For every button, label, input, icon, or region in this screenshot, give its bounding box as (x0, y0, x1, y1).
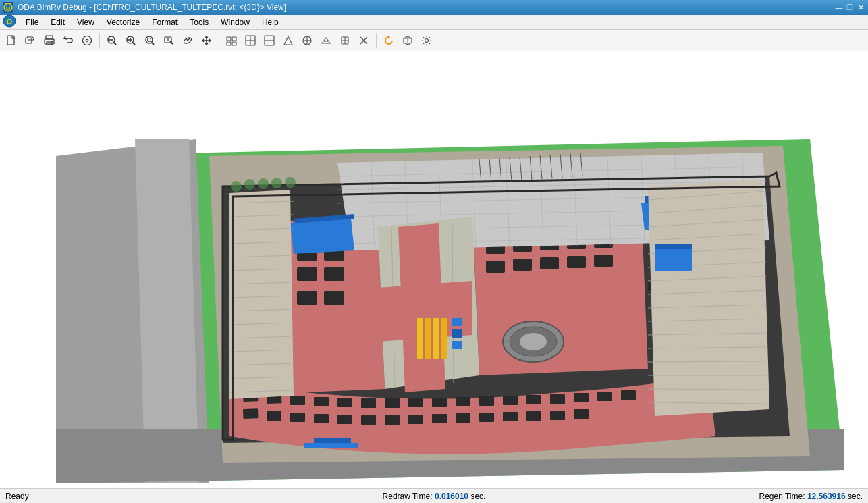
menu-format[interactable]: Format (146, 16, 183, 28)
svg-point-44 (425, 38, 429, 42)
print-button[interactable] (40, 32, 58, 49)
help-button[interactable]: ? (78, 32, 96, 49)
window-title: ODA BimRv Debug - [CENTRO_CULTURAL_TULTE… (18, 3, 286, 12)
view-tool-8[interactable] (355, 32, 373, 49)
svg-rect-140 (526, 395, 541, 404)
view-tool-2[interactable] (242, 32, 259, 49)
svg-point-122 (520, 333, 547, 350)
view-tool-6[interactable] (317, 32, 335, 49)
svg-rect-61 (324, 267, 344, 281)
svg-point-9 (51, 41, 53, 42)
pan-button[interactable] (198, 32, 215, 49)
menu-vectorize[interactable]: Vectorize (101, 16, 145, 28)
svg-line-14 (114, 43, 116, 45)
status-redraw-value: 0.016010 (435, 492, 468, 501)
menu-bar: O File Edit View Vectorize Format Tools … (0, 15, 868, 30)
maximize-button[interactable]: ❐ (845, 3, 855, 12)
svg-rect-82 (594, 255, 613, 267)
zoom-extents-button[interactable] (141, 32, 159, 49)
app-logo: O (3, 14, 16, 30)
svg-rect-60 (297, 267, 317, 281)
svg-point-200 (258, 178, 269, 189)
zoom-window-button[interactable] (160, 32, 178, 49)
svg-rect-154 (456, 413, 470, 423)
open-button[interactable] (22, 32, 39, 49)
menu-tools[interactable]: Tools (184, 16, 214, 28)
svg-rect-147 (290, 413, 305, 422)
svg-point-202 (285, 177, 296, 188)
settings-button[interactable] (418, 32, 435, 49)
svg-rect-153 (432, 414, 447, 423)
svg-rect-119 (452, 341, 462, 349)
menu-window[interactable]: Window (215, 16, 255, 28)
status-redraw-label: Redraw Time: (383, 492, 433, 501)
svg-text:?: ? (85, 38, 89, 45)
svg-rect-157 (526, 411, 541, 421)
status-bar: Ready Redraw Time: 0.016010 sec. Regen T… (0, 488, 868, 503)
svg-rect-159 (574, 409, 589, 419)
svg-text:O: O (7, 18, 13, 26)
close-button[interactable]: ✕ (856, 3, 865, 12)
toolbar: ? (0, 30, 868, 51)
svg-marker-176 (648, 180, 769, 416)
svg-rect-130 (290, 396, 305, 405)
view-tool-7[interactable] (336, 32, 354, 49)
svg-line-20 (152, 43, 154, 45)
svg-rect-146 (267, 411, 281, 421)
svg-marker-112 (398, 223, 445, 392)
status-regen-section: Regen Time: 12.563916 sec. (577, 492, 863, 501)
menu-help[interactable]: Help (256, 16, 284, 28)
minimize-button[interactable]: — (834, 3, 844, 12)
svg-rect-149 (337, 415, 352, 424)
undo-button[interactable] (59, 32, 77, 49)
model-button[interactable] (399, 32, 416, 49)
svg-rect-65 (324, 291, 344, 305)
svg-rect-78 (486, 261, 505, 273)
svg-rect-116 (441, 318, 447, 359)
svg-rect-145 (243, 408, 258, 419)
toolbar-separator-1 (99, 33, 100, 48)
svg-rect-115 (433, 318, 439, 359)
svg-rect-64 (297, 291, 317, 305)
status-redraw-unit: sec. (470, 492, 485, 501)
svg-rect-5 (26, 38, 32, 43)
orbit-button[interactable] (179, 32, 196, 49)
svg-rect-132 (337, 398, 352, 407)
view-tool-5[interactable] (298, 32, 316, 49)
svg-rect-81 (567, 256, 586, 268)
menu-file[interactable]: File (20, 16, 44, 28)
svg-rect-114 (425, 318, 431, 359)
svg-point-199 (244, 179, 255, 190)
menu-edit[interactable]: Edit (45, 16, 70, 28)
svg-rect-117 (452, 318, 462, 326)
svg-rect-195 (304, 443, 358, 448)
new-button[interactable] (3, 32, 20, 49)
status-regen-value: 12.563916 (807, 492, 846, 501)
svg-rect-134 (385, 398, 400, 408)
svg-point-19 (146, 36, 153, 43)
3d-scene (0, 51, 868, 488)
status-redraw-section: Redraw Time: 0.016010 sec. (291, 492, 576, 501)
svg-rect-29 (232, 42, 236, 45)
svg-rect-143 (597, 392, 612, 401)
menu-view[interactable]: View (72, 16, 100, 28)
svg-rect-131 (314, 397, 329, 406)
toolbar-separator-2 (219, 33, 219, 48)
status-regen-label: Regen Time: (759, 492, 805, 501)
view-tool-4[interactable] (279, 32, 297, 49)
svg-rect-79 (513, 259, 532, 271)
zoom-out-button[interactable] (103, 32, 121, 49)
view-tool-3[interactable] (261, 32, 278, 49)
viewport[interactable] (0, 51, 868, 488)
svg-rect-113 (417, 318, 423, 359)
svg-rect-4 (7, 36, 14, 45)
svg-rect-28 (227, 42, 231, 45)
svg-point-198 (231, 181, 242, 192)
svg-rect-148 (314, 414, 329, 423)
svg-rect-158 (550, 411, 565, 420)
toolbar-separator-3 (376, 33, 377, 48)
zoom-in-button[interactable] (122, 32, 140, 49)
regen-button[interactable] (380, 32, 398, 49)
svg-rect-152 (408, 415, 423, 424)
view-tool-1[interactable] (223, 32, 240, 49)
